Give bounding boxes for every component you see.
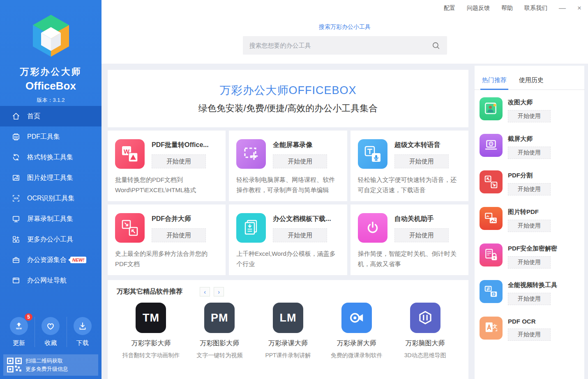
screen-capture-icon bbox=[236, 139, 266, 169]
sidebar: 万彩办公大师 OfficeBox 版本：3.1.2 首页 PDF PDF工具集 bbox=[0, 0, 101, 379]
pdf-icon: PDF bbox=[11, 132, 21, 142]
tool-card-auto-shutdown: 自动关机助手 开始使用 操作简便，智能定时关机、倒计时关机，高效又省事 bbox=[350, 204, 468, 275]
new-badge: NEW! bbox=[70, 257, 86, 263]
start-button[interactable]: 开始使用 bbox=[152, 154, 206, 168]
panel-item-photo-edit: 改图大师 开始使用 bbox=[480, 97, 584, 122]
start-button[interactable]: 开始使用 bbox=[273, 228, 327, 242]
panel-item-video-convert: 全能视频转换工具 开始使用 bbox=[480, 280, 584, 305]
search-input[interactable] bbox=[249, 42, 431, 49]
start-button[interactable]: 开始使用 bbox=[152, 228, 206, 242]
topbar-help[interactable]: 帮助 bbox=[501, 5, 513, 12]
sidebar-item-label: 格式转换工具集 bbox=[27, 153, 73, 162]
svg-text:OCR: OCR bbox=[14, 197, 18, 200]
tool-card-template-download: 办公文档模板下载... 开始使用 上千种Excel,Word办公模板，涵盖多个行… bbox=[229, 204, 347, 275]
tab-usage-history[interactable]: 使用历史 bbox=[519, 76, 544, 90]
top-header: 配置 问题反馈 帮助 联系我们 — × 搜索万彩办公小工具 bbox=[101, 0, 588, 64]
start-button[interactable]: 开始使用 bbox=[508, 293, 551, 305]
tool-title: PDF批量转Office... bbox=[152, 141, 209, 149]
banner-title: 万彩办公大师OFFICEBOX bbox=[219, 83, 356, 98]
start-button[interactable]: 开始使用 bbox=[394, 228, 449, 242]
hero-banner: 万彩办公大师OFFICEBOX 绿色免安装/免费/便捷/高效的办公小工具集合 bbox=[108, 70, 468, 127]
pdf-encrypt-icon bbox=[480, 243, 503, 266]
pdf-merge-icon bbox=[115, 213, 145, 243]
convert-icon bbox=[11, 152, 21, 162]
close-button[interactable]: × bbox=[577, 4, 581, 12]
start-button[interactable]: 开始使用 bbox=[508, 147, 551, 159]
app-version: 版本：3.1.2 bbox=[0, 96, 101, 104]
update-icon: NEW 5 bbox=[10, 317, 28, 335]
recommend-item-photo-video[interactable]: PM 万彩图影大师 文字一键转为视频 bbox=[185, 303, 254, 359]
sidebar-item-ocr-tools[interactable]: OCR OCR识别工具集 bbox=[0, 188, 101, 209]
recommend-prev-button[interactable]: ‹ bbox=[200, 287, 210, 296]
home-icon bbox=[11, 111, 21, 121]
tool-desc: 批量转换您的PDF文档到Word\PPT\EXCEL\HTML格式 bbox=[115, 175, 218, 195]
video-convert-icon bbox=[480, 280, 503, 303]
panel-item-image-to-pdf: 图片转PDF 开始使用 bbox=[480, 207, 584, 232]
sidebar-item-pdf-tools[interactable]: PDF PDF工具集 bbox=[0, 126, 101, 147]
tm-logo: TM bbox=[136, 303, 166, 333]
sidebar-item-label: 更多办公小工具 bbox=[27, 235, 73, 244]
start-button[interactable]: 开始使用 bbox=[508, 328, 551, 341]
tool-title: PDF合并大师 bbox=[152, 215, 206, 223]
tab-hot-recommend[interactable]: 热门推荐 bbox=[482, 76, 507, 90]
search-icon[interactable] bbox=[431, 41, 440, 50]
pm-logo: PM bbox=[204, 303, 235, 333]
tool-desc: 上千种Excel,Word办公模板，涵盖多个行业 bbox=[236, 249, 339, 269]
favorites-button[interactable]: 收藏 bbox=[35, 317, 66, 347]
sidebar-item-label: OCR识别工具集 bbox=[27, 194, 75, 203]
tool-title: 自动关机助手 bbox=[394, 215, 449, 223]
panel-item-pdf-encrypt: PDF安全加密解密 开始使用 bbox=[480, 243, 584, 269]
minimize-button[interactable]: — bbox=[559, 4, 566, 12]
start-button[interactable]: 开始使用 bbox=[508, 256, 551, 269]
right-panel-tabs: 热门推荐 使用历史 bbox=[475, 66, 584, 90]
sidebar-item-office-resources[interactable]: 办公资源集合 NEW! bbox=[0, 250, 101, 270]
sidebar-item-image-tools[interactable]: 图片处理工具集 bbox=[0, 168, 101, 188]
update-button[interactable]: NEW 5 更新 bbox=[3, 317, 35, 347]
topbar-contact[interactable]: 联系我们 bbox=[524, 5, 547, 12]
topbar-config[interactable]: 配置 bbox=[444, 5, 455, 12]
sidebar-footer: NEW 5 更新 收藏 下载 bbox=[0, 317, 101, 347]
recommend-next-button[interactable]: › bbox=[214, 287, 224, 296]
recommend-item-word-animation[interactable]: TM 万彩字影大师 抖音翻转文字动画制作 bbox=[117, 303, 185, 359]
tool-cards: W PDF批量转Office... 开始使用 批量转换您的PDF文档到Word\… bbox=[108, 131, 468, 275]
sidebar-item-label: PDF工具集 bbox=[27, 133, 60, 141]
search-link[interactable]: 搜索万彩办公小工具 bbox=[319, 23, 371, 31]
more-tools-icon bbox=[11, 234, 21, 244]
video-camera-icon bbox=[341, 303, 372, 333]
sidebar-item-more-tools[interactable]: 更多办公小工具 bbox=[0, 229, 101, 250]
recommend-item-lecture-record[interactable]: LM 万彩录课大师 PPT课件录制讲解 bbox=[254, 303, 323, 359]
topbar-feedback[interactable]: 问题反馈 bbox=[467, 5, 490, 12]
panel-item-pdf-ocr: 文 PDF OCR 开始使用 bbox=[480, 317, 584, 341]
pdf-to-office-icon: W bbox=[115, 139, 145, 169]
start-button[interactable]: 开始使用 bbox=[508, 110, 551, 122]
logo-area: 万彩办公大师 OfficeBox 版本：3.1.2 bbox=[0, 0, 101, 104]
topbar: 配置 问题反馈 帮助 联系我们 — × bbox=[444, 4, 581, 12]
sidebar-item-format-convert[interactable]: 格式转换工具集 bbox=[0, 147, 101, 168]
recommend-item-mindmap[interactable]: 万彩脑图大师 3D动态思维导图 bbox=[391, 303, 459, 359]
tool-card-pdf-merge: PDF合并大师 开始使用 史上最全的采用多种方法合并您的PDF文档 bbox=[108, 204, 226, 275]
tool-card-screen-capture: 全能屏幕录像 开始使用 轻松录制电脑屏幕、网络课程、软件操作教程，可录制声音与简… bbox=[229, 131, 347, 201]
photo-edit-icon bbox=[480, 97, 503, 120]
app-subname: OfficeBox bbox=[0, 80, 101, 92]
heart-icon bbox=[42, 317, 60, 335]
start-button[interactable]: 开始使用 bbox=[273, 154, 327, 168]
start-button[interactable]: 开始使用 bbox=[508, 220, 551, 232]
pdf-ocr-icon: 文 bbox=[480, 317, 503, 340]
sidebar-item-screen-record[interactable]: 屏幕录制工具集 bbox=[0, 209, 101, 229]
lm-logo: LM bbox=[273, 303, 303, 333]
svg-text:PDF: PDF bbox=[14, 136, 18, 138]
sidebar-item-label: 屏幕录制工具集 bbox=[27, 215, 73, 223]
start-button[interactable]: 开始使用 bbox=[394, 154, 449, 168]
sidebar-item-home[interactable]: 首页 bbox=[0, 106, 101, 126]
sidebar-item-website-nav[interactable]: 办公网址导航 bbox=[0, 270, 101, 291]
downloads-button[interactable]: 下载 bbox=[67, 317, 98, 347]
auto-shutdown-icon bbox=[358, 213, 387, 243]
start-button[interactable]: 开始使用 bbox=[508, 183, 551, 195]
qr-banner: 扫描二维码获取 更多免费升级信息 bbox=[3, 354, 98, 376]
sidebar-item-label: 办公网址导航 bbox=[27, 276, 67, 285]
sidebar-item-label: 办公资源集合 bbox=[27, 256, 67, 264]
tool-desc: 操作简便，智能定时关机、倒计时关机，高效又省事 bbox=[358, 249, 461, 269]
recommend-item-screen-recorder[interactable]: 万彩录屏大师 免费的微课录制软件 bbox=[322, 303, 391, 359]
sidebar-item-label: 首页 bbox=[27, 112, 40, 121]
main-content: 万彩办公大师OFFICEBOX 绿色免安装/免费/便捷/高效的办公小工具集合 W… bbox=[108, 70, 468, 379]
